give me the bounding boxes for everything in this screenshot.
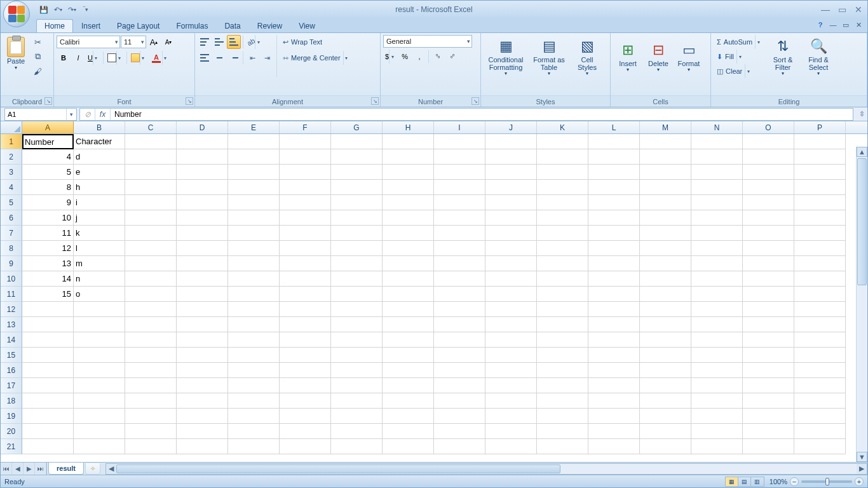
cell-B20[interactable]	[74, 424, 125, 439]
insert-cells-button[interactable]: ⊞Insert▾	[613, 35, 642, 81]
cell-C9[interactable]	[125, 256, 177, 271]
zoom-out-button[interactable]: −	[790, 477, 799, 486]
cell-J18[interactable]	[485, 393, 537, 409]
cell-E1[interactable]	[228, 134, 280, 149]
cell-D10[interactable]	[177, 271, 228, 287]
cell-F3[interactable]	[280, 165, 331, 180]
cell-F7[interactable]	[280, 226, 331, 241]
cell-G2[interactable]	[331, 149, 383, 165]
cell-E19[interactable]	[228, 409, 280, 424]
find-select-button[interactable]: 🔍Find & Select▾	[801, 35, 836, 81]
cell-E8[interactable]	[228, 241, 280, 256]
cell-C7[interactable]	[125, 226, 177, 241]
cell-G6[interactable]	[331, 210, 383, 226]
cell-A19[interactable]	[22, 409, 74, 424]
cell-M2[interactable]	[640, 149, 691, 165]
cell-J14[interactable]	[485, 332, 537, 348]
align-top-button[interactable]	[198, 35, 212, 49]
cell-K15[interactable]	[537, 348, 588, 363]
cell-N7[interactable]	[691, 226, 743, 241]
cell-C11[interactable]	[125, 287, 177, 302]
cell-M16[interactable]	[640, 363, 691, 378]
cell-H16[interactable]	[383, 363, 434, 378]
italic-button[interactable]: I	[71, 51, 85, 65]
paste-button[interactable]: Paste ▾	[3, 35, 29, 77]
cell-M6[interactable]	[640, 210, 691, 226]
decrease-indent-button[interactable]: ⇤	[245, 51, 259, 65]
cell-G8[interactable]	[331, 241, 383, 256]
cell-P2[interactable]	[794, 149, 846, 165]
cell-I10[interactable]	[434, 271, 485, 287]
cell-A12[interactable]	[22, 302, 74, 317]
cell-L17[interactable]	[588, 378, 640, 393]
cell-A17[interactable]	[22, 378, 74, 393]
cell-D18[interactable]	[177, 393, 228, 409]
column-header-E[interactable]: E	[228, 121, 280, 133]
cell-J6[interactable]	[485, 210, 537, 226]
cell-E6[interactable]	[228, 210, 280, 226]
cell-O12[interactable]	[743, 302, 794, 317]
cell-P20[interactable]	[794, 424, 846, 439]
cell-N11[interactable]	[691, 287, 743, 302]
format-painter-button[interactable]: 🖌	[30, 64, 45, 78]
cell-P8[interactable]	[794, 241, 846, 256]
cell-B5[interactable]: i	[74, 195, 125, 210]
cell-I4[interactable]	[434, 180, 485, 195]
cell-B6[interactable]: j	[74, 210, 125, 226]
cell-B18[interactable]	[74, 393, 125, 409]
align-center-button[interactable]	[212, 51, 226, 65]
cell-F16[interactable]	[280, 363, 331, 378]
cell-K17[interactable]	[537, 378, 588, 393]
increase-decimal-button[interactable]: ⁰₀	[431, 50, 445, 64]
cell-D21[interactable]	[177, 439, 228, 454]
fx-button[interactable]: fx	[95, 109, 111, 120]
cell-M14[interactable]	[640, 332, 691, 348]
cell-I8[interactable]	[434, 241, 485, 256]
cell-G1[interactable]	[331, 134, 383, 149]
cell-F11[interactable]	[280, 287, 331, 302]
qat-customize[interactable]: ‾▾	[79, 3, 92, 16]
conditional-formatting-button[interactable]: ▦Conditional Formatting▾	[484, 35, 528, 81]
cell-K16[interactable]	[537, 363, 588, 378]
cell-F2[interactable]	[280, 149, 331, 165]
cell-F6[interactable]	[280, 210, 331, 226]
cell-L16[interactable]	[588, 363, 640, 378]
cell-C5[interactable]	[125, 195, 177, 210]
tab-formulas[interactable]: Formulas	[168, 19, 216, 32]
cell-N15[interactable]	[691, 348, 743, 363]
cell-H21[interactable]	[383, 439, 434, 454]
cell-E21[interactable]	[228, 439, 280, 454]
row-header-1[interactable]: 1	[1, 134, 22, 149]
row-header-5[interactable]: 5	[1, 195, 22, 210]
cell-C3[interactable]	[125, 165, 177, 180]
row-header-15[interactable]: 15	[1, 348, 22, 363]
sheet-tab-result[interactable]: result	[48, 463, 84, 475]
cell-F5[interactable]	[280, 195, 331, 210]
cell-D19[interactable]	[177, 409, 228, 424]
cell-J20[interactable]	[485, 424, 537, 439]
fill-color-button[interactable]: ▾	[129, 51, 148, 65]
cell-C13[interactable]	[125, 317, 177, 332]
ribbon-minimize-button[interactable]: —	[828, 20, 838, 30]
cell-K10[interactable]	[537, 271, 588, 287]
column-header-M[interactable]: M	[640, 121, 691, 133]
cell-L1[interactable]	[588, 134, 640, 149]
cell-A9[interactable]: 13	[22, 256, 74, 271]
column-header-K[interactable]: K	[537, 121, 588, 133]
row-header-14[interactable]: 14	[1, 332, 22, 348]
cell-A1[interactable]: Number	[22, 134, 74, 149]
cell-H2[interactable]	[383, 149, 434, 165]
cell-C8[interactable]	[125, 241, 177, 256]
cell-O11[interactable]	[743, 287, 794, 302]
column-header-O[interactable]: O	[743, 121, 794, 133]
cell-C16[interactable]	[125, 363, 177, 378]
cell-A11[interactable]: 15	[22, 287, 74, 302]
cell-C14[interactable]	[125, 332, 177, 348]
undo-button[interactable]: ↶▾	[51, 3, 64, 16]
last-sheet-button[interactable]: ⏭	[35, 463, 46, 475]
cell-J9[interactable]	[485, 256, 537, 271]
cell-A18[interactable]	[22, 393, 74, 409]
font-name-combo[interactable]: Calibri	[57, 36, 120, 48]
copy-button[interactable]: ⧉	[30, 50, 45, 64]
cell-N4[interactable]	[691, 180, 743, 195]
